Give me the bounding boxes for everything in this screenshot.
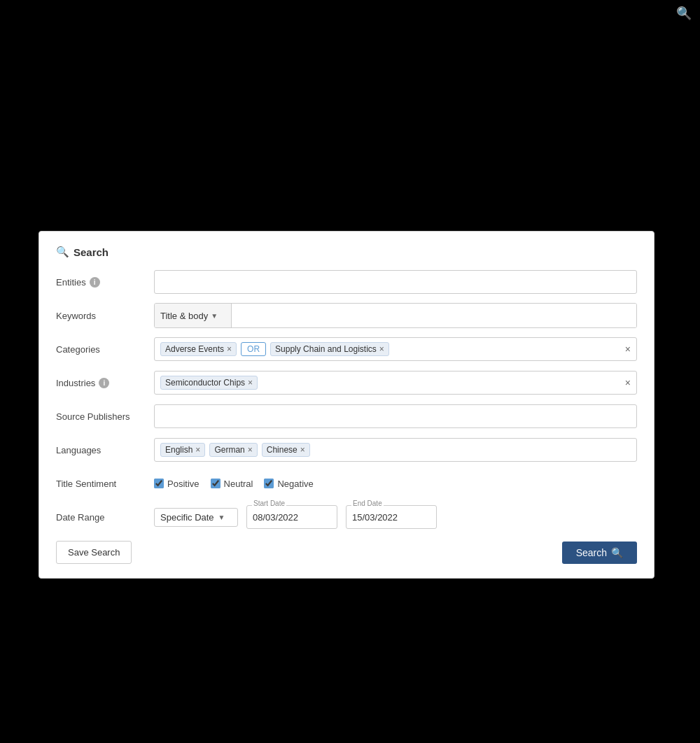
panel-footer: Save Search Search 🔍 xyxy=(56,541,637,564)
categories-tags-wrapper: Adverse Events × OR Supply Chain and Log… xyxy=(154,337,637,361)
title-sentiment-options: Positive Neutral Negative xyxy=(154,479,637,489)
start-date-label: Start Date xyxy=(252,500,286,507)
language-tag-german-remove[interactable]: × xyxy=(248,446,253,454)
date-row: Specific Date ▼ Start Date End Date xyxy=(154,505,637,529)
languages-row: Languages English × German × Chinese × xyxy=(56,437,637,462)
keywords-type-dropdown[interactable]: Title & body ▼ xyxy=(155,304,232,327)
sentiment-positive-label: Positive xyxy=(167,479,200,489)
entities-label: Entities i xyxy=(56,277,154,288)
category-tag-supply-chain-text: Supply Chain and Logistics xyxy=(275,344,377,354)
categories-label: Categories xyxy=(56,344,154,355)
source-publishers-row: Source Publishers xyxy=(56,404,637,429)
keywords-label: Keywords xyxy=(56,311,154,321)
sentiment-neutral[interactable]: Neutral xyxy=(211,479,253,489)
search-button[interactable]: Search 🔍 xyxy=(562,542,637,564)
languages-tags-container[interactable]: English × German × Chinese × xyxy=(154,438,637,462)
source-publishers-input-wrapper xyxy=(154,404,637,428)
category-tag-adverse-events: Adverse Events × xyxy=(160,342,237,356)
categories-clear-all[interactable]: × xyxy=(625,344,631,355)
keywords-type-label: Title & body xyxy=(160,311,208,321)
sentiment-negative[interactable]: Negative xyxy=(264,479,313,489)
entities-input[interactable] xyxy=(154,270,637,294)
keywords-field: Title & body ▼ xyxy=(154,303,637,328)
keywords-row: Keywords Title & body ▼ xyxy=(56,303,637,328)
keywords-dropdown-chevron: ▼ xyxy=(211,312,218,320)
entities-input-wrapper xyxy=(154,270,637,294)
industry-tag-semiconductor-remove[interactable]: × xyxy=(248,378,253,387)
sentiment-checkboxes: Positive Neutral Negative xyxy=(154,479,637,489)
search-button-label: Search xyxy=(576,547,607,558)
sentiment-positive-checkbox[interactable] xyxy=(154,479,164,488)
search-panel: 🔍 Search Entities i Keywords Title & bod… xyxy=(38,231,654,579)
title-sentiment-label: Title Sentiment xyxy=(56,479,154,489)
language-tag-chinese-text: Chinese xyxy=(267,445,298,455)
keywords-input-wrapper: Title & body ▼ xyxy=(154,303,637,328)
category-or-connector: OR xyxy=(241,342,266,356)
languages-label: Languages xyxy=(56,445,154,455)
end-date-wrapper: End Date xyxy=(346,505,437,529)
date-range-label: Date Range xyxy=(56,512,154,523)
industries-info-icon[interactable]: i xyxy=(99,378,109,388)
category-tag-adverse-events-remove[interactable]: × xyxy=(227,345,232,353)
title-sentiment-row: Title Sentiment Positive Neutral Negativ… xyxy=(56,471,637,496)
language-tag-chinese: Chinese × xyxy=(262,443,310,457)
source-publishers-label: Source Publishers xyxy=(56,411,154,422)
date-range-type-dropdown[interactable]: Specific Date ▼ xyxy=(154,508,238,527)
languages-tags-wrapper: English × German × Chinese × xyxy=(154,438,637,462)
entities-info-icon[interactable]: i xyxy=(90,277,100,288)
category-tag-supply-chain: Supply Chain and Logistics × xyxy=(270,342,389,356)
category-tag-supply-chain-remove[interactable]: × xyxy=(379,345,384,353)
panel-title: 🔍 Search xyxy=(56,246,637,258)
industries-clear-all[interactable]: × xyxy=(625,377,631,388)
end-date-label: End Date xyxy=(351,500,384,507)
start-date-wrapper: Start Date xyxy=(246,505,337,529)
sentiment-negative-label: Negative xyxy=(277,479,313,489)
category-tag-adverse-events-text: Adverse Events xyxy=(165,344,224,354)
date-range-dropdown-chevron: ▼ xyxy=(218,514,225,521)
categories-row: Categories Adverse Events × OR Supply Ch… xyxy=(56,337,637,362)
industries-label: Industries i xyxy=(56,378,154,388)
search-button-icon: 🔍 xyxy=(611,547,623,558)
sentiment-positive[interactable]: Positive xyxy=(154,479,200,489)
industry-tag-semiconductor-text: Semiconductor Chips xyxy=(165,378,245,388)
language-tag-german-text: German xyxy=(214,445,244,455)
date-range-type-label: Specific Date xyxy=(160,512,214,523)
industries-tags-container[interactable]: Semiconductor Chips × × xyxy=(154,371,637,395)
panel-title-text: Search xyxy=(74,246,108,258)
language-tag-chinese-remove[interactable]: × xyxy=(300,446,305,454)
categories-tags-container[interactable]: Adverse Events × OR Supply Chain and Log… xyxy=(154,337,637,361)
industries-tags-wrapper: Semiconductor Chips × × xyxy=(154,371,637,395)
source-publishers-input[interactable] xyxy=(154,404,637,428)
language-tag-english-remove[interactable]: × xyxy=(195,446,200,454)
end-date-input[interactable] xyxy=(346,505,437,529)
entities-row: Entities i xyxy=(56,269,637,295)
language-tag-english-text: English xyxy=(165,445,192,455)
top-search-icon[interactable]: 🔍 xyxy=(676,6,692,21)
industry-tag-semiconductor: Semiconductor Chips × xyxy=(160,376,258,390)
date-range-controls: Specific Date ▼ Start Date End Date xyxy=(154,505,637,529)
start-date-input[interactable] xyxy=(246,505,337,529)
save-search-button[interactable]: Save Search xyxy=(56,541,132,564)
sentiment-neutral-label: Neutral xyxy=(224,479,253,489)
panel-title-search-icon: 🔍 xyxy=(56,246,69,258)
keywords-text-input[interactable] xyxy=(232,304,636,327)
date-range-row: Date Range Specific Date ▼ Start Date En… xyxy=(56,504,637,530)
language-tag-german: German × xyxy=(209,443,257,457)
sentiment-neutral-checkbox[interactable] xyxy=(211,479,220,488)
language-tag-english: English × xyxy=(160,443,205,457)
industries-row: Industries i Semiconductor Chips × × xyxy=(56,370,637,395)
sentiment-negative-checkbox[interactable] xyxy=(264,479,274,488)
